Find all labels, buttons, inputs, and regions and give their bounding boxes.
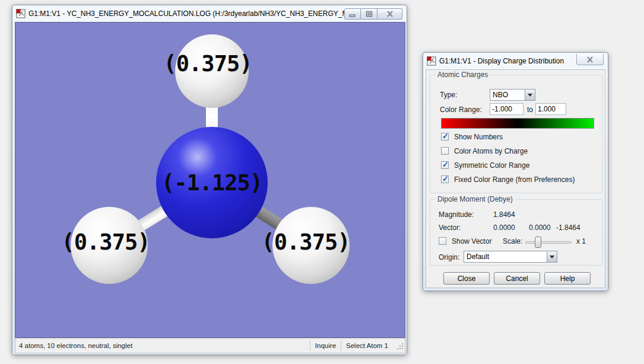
close-dialog-button[interactable]: Close	[443, 272, 490, 285]
charge-type-dropdown-button[interactable]	[525, 90, 535, 100]
show-numbers-label: Show Numbers	[454, 133, 503, 141]
charge-label-h-left: (0.375)	[62, 229, 150, 255]
minimize-icon	[349, 11, 356, 17]
vector-y-value: 0.0000	[529, 223, 551, 232]
color-range-max-input[interactable]	[535, 103, 566, 115]
fixed-color-range-label: Fixed Color Range (from Preferences)	[454, 175, 575, 184]
scale-slider-thumb[interactable]	[535, 237, 541, 248]
close-icon	[586, 56, 594, 63]
symmetric-color-range-label: Symmetric Color Range	[454, 161, 529, 170]
charge-color-gradient	[441, 118, 594, 129]
status-summary: 4 atoms, 10 electrons, neutral, singlet	[15, 342, 310, 349]
vector-label: Vector:	[439, 223, 461, 232]
fixed-color-range-checkbox[interactable]	[441, 175, 449, 183]
dialog-close-button[interactable]	[576, 54, 604, 65]
restore-icon	[366, 11, 373, 17]
color-range-label: Color Range:	[440, 106, 482, 114]
cancel-button[interactable]: Cancel	[494, 272, 540, 285]
help-button[interactable]: Help	[544, 272, 591, 285]
gaussview-icon	[16, 9, 26, 18]
origin-value: Default	[464, 251, 547, 262]
dipole-moment-group: Dipole Moment (Debye) Magnitude: 1.8464 …	[430, 199, 602, 266]
molecule-window: G1:M1:V1 - YC_NH3_ENERGY_MOCALCULATION.L…	[12, 5, 407, 355]
close-button[interactable]	[377, 8, 402, 20]
scale-slider-track[interactable]	[525, 241, 572, 244]
vector-x-value: 0.0000	[493, 223, 515, 232]
show-vector-checkbox[interactable]	[439, 237, 446, 245]
color-range-min-input[interactable]	[490, 103, 524, 115]
vector-z-value: -1.8464	[556, 223, 580, 232]
origin-label: Origin:	[439, 253, 459, 261]
molecule-viewport[interactable]: (0.375) (-1.125) (0.375) (0.375)	[15, 22, 405, 338]
charge-label-nitrogen: (-1.125)	[161, 170, 262, 196]
minimize-button[interactable]	[344, 8, 361, 20]
color-range-to-label: to	[527, 106, 533, 114]
chevron-down-icon	[550, 256, 554, 258]
origin-combobox[interactable]: Default	[464, 251, 557, 263]
type-label: Type:	[440, 91, 457, 99]
restore-button[interactable]	[361, 8, 377, 20]
charge-type-combobox[interactable]: NBO	[490, 89, 535, 101]
atomic-charges-group: Atomic Charges Type: NBO Color Range: to…	[430, 75, 602, 193]
show-vector-label: Show Vector	[452, 237, 491, 245]
atomic-charges-legend: Atomic Charges	[435, 71, 490, 79]
origin-dropdown-button[interactable]	[547, 251, 557, 262]
resize-grip-icon[interactable]	[395, 341, 404, 350]
status-mode: Inquire	[310, 340, 341, 351]
charge-label-h-right: (0.375)	[262, 229, 350, 255]
color-atoms-by-charge-checkbox[interactable]	[441, 147, 449, 155]
close-icon	[386, 11, 394, 17]
gaussview-icon	[427, 56, 436, 66]
dialog-title: G1:M1:V1 - Display Charge Distribution	[439, 57, 564, 65]
charge-label-h-top: (0.375)	[164, 51, 252, 76]
scale-factor-value: x 1	[576, 237, 586, 245]
chevron-down-icon	[528, 94, 532, 97]
magnitude-label: Magnitude:	[439, 210, 474, 219]
charge-type-value: NBO	[490, 90, 525, 100]
molecule-window-title: G1:M1:V1 - YC_NH3_ENERGY_MOCALCULATION.L…	[28, 9, 364, 18]
scale-label: Scale:	[503, 237, 522, 245]
charge-distribution-dialog: G1:M1:V1 - Display Charge Distribution A…	[423, 52, 608, 291]
magnitude-value: 1.8464	[493, 210, 515, 219]
dipole-moment-legend: Dipole Moment (Debye)	[435, 195, 515, 203]
color-atoms-by-charge-label: Color Atoms by Charge	[454, 147, 528, 155]
statusbar: 4 atoms, 10 electrons, neutral, singlet …	[15, 338, 405, 353]
dialog-content: Atomic Charges Type: NBO Color Range: to…	[426, 69, 605, 288]
status-selection: Select Atom 1	[341, 340, 393, 351]
show-numbers-checkbox[interactable]	[441, 133, 449, 141]
symmetric-color-range-checkbox[interactable]	[441, 161, 449, 169]
